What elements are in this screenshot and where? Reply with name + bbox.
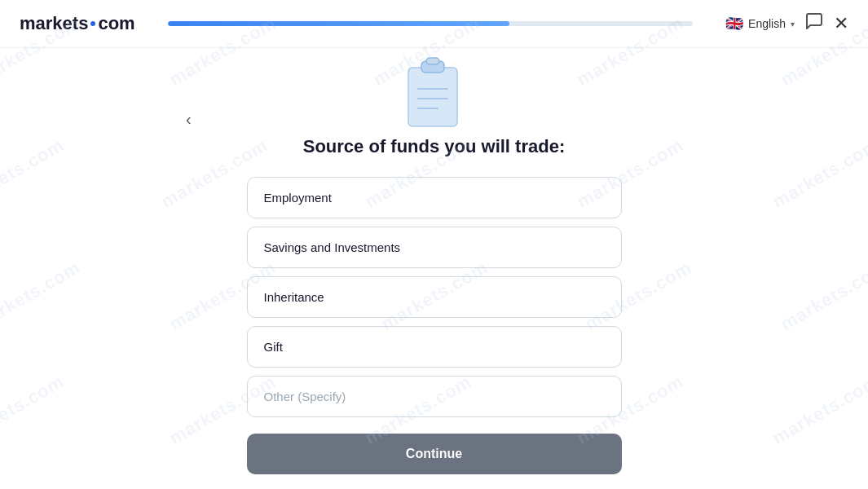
logo-dot — [90, 21, 95, 26]
header: markets com 🇬🇧 English ▾ ✕ — [0, 0, 868, 48]
clipboard-illustration — [402, 56, 467, 130]
option-gift[interactable]: Gift — [247, 326, 622, 368]
language-label: English — [748, 17, 786, 30]
options-container: Employment Savings and Investments Inher… — [247, 177, 622, 417]
logo: markets com — [20, 13, 135, 34]
header-right: 🇬🇧 English ▾ ✕ — [725, 11, 848, 36]
chat-button[interactable] — [804, 11, 824, 36]
flag-icon: 🇬🇧 — [725, 15, 743, 33]
option-inheritance[interactable]: Inheritance — [247, 276, 622, 318]
question-title: Source of funds you will trade: — [303, 136, 565, 157]
logo-suffix: com — [98, 13, 134, 34]
progress-bar-fill — [168, 21, 509, 26]
progress-bar — [168, 21, 693, 26]
language-button[interactable]: 🇬🇧 English ▾ — [725, 15, 795, 33]
continue-button[interactable]: Continue — [247, 434, 622, 474]
main-content: ‹ Source of funds you will trade: Employ… — [0, 48, 868, 489]
option-employment[interactable]: Employment — [247, 177, 622, 218]
option-savings[interactable]: Savings and Investments — [247, 227, 622, 268]
chat-icon — [804, 11, 824, 31]
svg-rect-0 — [408, 68, 457, 126]
logo-text: markets — [20, 13, 88, 34]
back-button[interactable]: ‹ — [179, 107, 198, 132]
other-specify-input[interactable] — [247, 376, 622, 417]
close-button[interactable]: ✕ — [834, 13, 848, 34]
chevron-down-icon: ▾ — [791, 20, 795, 29]
svg-rect-2 — [426, 58, 439, 64]
